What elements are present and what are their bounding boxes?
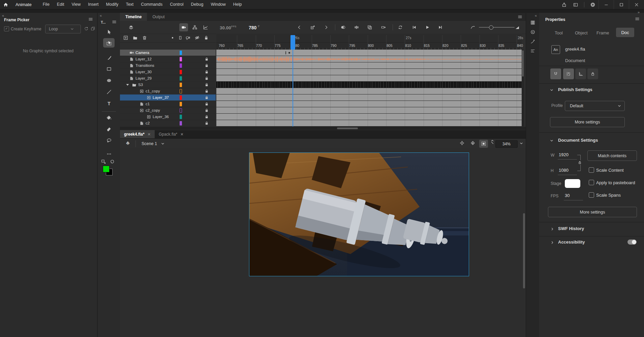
scale-spans-checkbox[interactable] [589, 192, 594, 198]
layer-color-chip[interactable] [180, 121, 182, 125]
loop-dropdown[interactable]: Loop [45, 25, 81, 33]
timeline-frames-row[interactable] [216, 101, 522, 107]
step-back-icon[interactable] [410, 23, 419, 31]
timeline-horizontal-scrollbar[interactable] [120, 127, 526, 130]
snap-object-icon[interactable] [101, 159, 106, 164]
layer-row-transitions[interactable]: Transitions [120, 62, 216, 69]
panel-menu-icon[interactable] [112, 20, 117, 24]
tool-more-tools[interactable] [103, 149, 115, 159]
stage-canvas[interactable] [249, 152, 469, 276]
lock-icon[interactable] [205, 95, 209, 100]
tab-frame[interactable]: Frame [596, 30, 609, 35]
swf-history-header[interactable]: SWF History [558, 226, 584, 231]
magnet-icon[interactable] [550, 68, 561, 79]
close-icon[interactable]: ✕ [180, 132, 183, 137]
chevron-right-icon[interactable] [551, 241, 554, 244]
timeline-frames-row[interactable] [216, 107, 522, 114]
publish-settings-header[interactable]: Publish Settings [558, 87, 592, 92]
add-layer-icon[interactable] [123, 35, 128, 40]
add-folder-icon[interactable] [133, 35, 137, 40]
maximize-button[interactable] [614, 0, 629, 9]
chevron-right-icon[interactable] [551, 227, 554, 231]
menu-view[interactable]: View [68, 0, 84, 9]
document-tab[interactable]: greek4.fla*✕ [120, 130, 155, 138]
layer-color-chip[interactable] [180, 51, 182, 55]
extend-frames-icon[interactable] [379, 23, 388, 31]
tab-doc[interactable]: Doc [616, 28, 634, 37]
layer-color-chip[interactable] [180, 89, 182, 93]
hierarchy-icon[interactable] [190, 23, 199, 31]
layer-row-layer_37[interactable]: Layer_37 [120, 94, 216, 101]
timeline-frames-area[interactable] [216, 50, 522, 127]
tool-selection-tool[interactable] [103, 27, 115, 36]
scale-content-checkbox[interactable] [589, 167, 594, 173]
lock-icon[interactable] [205, 121, 209, 125]
layer-color-chip[interactable] [180, 83, 182, 87]
columns-panel-icon[interactable] [530, 20, 535, 25]
menu-edit[interactable]: Edit [53, 0, 68, 9]
camera-icon[interactable] [179, 23, 188, 31]
chevron-down-icon[interactable] [520, 142, 523, 145]
lock-icon[interactable] [205, 76, 209, 80]
frame-picker-title[interactable]: Frame Picker [4, 18, 29, 22]
timeline-frames-row[interactable] [216, 56, 522, 62]
chevron-down-icon[interactable] [161, 142, 164, 145]
sync-icon[interactable] [84, 26, 89, 31]
lock-icon[interactable] [205, 83, 209, 87]
share-icon[interactable] [558, 0, 570, 9]
layer-row-layer_36[interactable]: Layer_36 [120, 114, 216, 120]
layer-row-c1_copy[interactable]: c1_copy [120, 88, 216, 94]
tool-oval-tool[interactable] [103, 76, 115, 85]
tab-object[interactable]: Object [575, 30, 588, 35]
timeline-frames-row[interactable] [216, 94, 522, 101]
panel-menu-icon[interactable] [635, 17, 640, 21]
layer-color-chip[interactable] [180, 76, 182, 81]
timeline-frames-row[interactable] [216, 75, 522, 82]
layer-row-c2[interactable]: c2 [120, 120, 216, 127]
tools-panel-title[interactable]: T... [101, 20, 106, 24]
stage-pasteboard[interactable] [120, 148, 526, 337]
tool-subselection-tool[interactable] [103, 38, 115, 48]
layers-stack-icon[interactable] [127, 23, 135, 31]
document-more-settings-button[interactable]: More settings [548, 207, 637, 217]
timeline-frames-row[interactable] [216, 114, 522, 120]
loop-icon[interactable] [396, 23, 405, 31]
auto-keyframe-icon[interactable] [308, 23, 317, 31]
snap-align-icon[interactable] [563, 68, 574, 79]
close-icon[interactable]: ✕ [148, 132, 151, 137]
chevron-down-icon[interactable] [550, 88, 553, 92]
clip-content-icon[interactable] [479, 140, 488, 148]
rotate-canvas-icon[interactable] [110, 159, 115, 164]
layer-row-layer_30[interactable]: Layer_30 [120, 69, 216, 75]
outline-column-icon[interactable] [178, 35, 183, 40]
lock-column-icon[interactable] [204, 35, 209, 40]
lock-icon[interactable] [205, 108, 209, 112]
document-tab[interactable]: Gpack.fla*✕ [155, 130, 188, 138]
playhead-handle[interactable] [290, 35, 295, 50]
tool-eraser-tool[interactable] [103, 124, 115, 134]
frame-view-icon[interactable] [513, 23, 522, 31]
timeline-frames-row[interactable] [216, 82, 522, 88]
menu-text[interactable]: Text [122, 0, 137, 9]
accessibility-header[interactable]: Accessibility [558, 240, 585, 245]
onion-outline-icon[interactable] [352, 23, 361, 31]
layer-row-s3[interactable]: S3 [120, 82, 216, 88]
panel-menu-icon[interactable] [518, 13, 522, 21]
minimize-button[interactable] [599, 0, 614, 9]
scrollbar-thumb[interactable] [522, 50, 524, 77]
highlight-dot-icon[interactable] [170, 35, 175, 40]
stage-color-swatch[interactable] [565, 179, 580, 188]
layer-row-c2_copy[interactable]: c2_copy [120, 107, 216, 114]
layer-color-chip[interactable] [180, 108, 182, 113]
play-icon[interactable] [423, 23, 432, 31]
width-value[interactable]: 1920 [559, 152, 569, 157]
tab-tool[interactable]: Tool [555, 30, 563, 35]
delete-layer-icon[interactable] [142, 35, 147, 40]
profile-dropdown[interactable]: Default [565, 101, 625, 111]
assets-panel-icon[interactable] [530, 30, 535, 34]
prev-keyframe-icon[interactable] [295, 23, 304, 31]
scrollbar-thumb[interactable] [337, 128, 358, 129]
fps-value[interactable]: 30 [565, 193, 570, 198]
tool-lasso-tool[interactable] [103, 136, 115, 145]
frames-vertical-scrollbar[interactable] [522, 50, 524, 127]
